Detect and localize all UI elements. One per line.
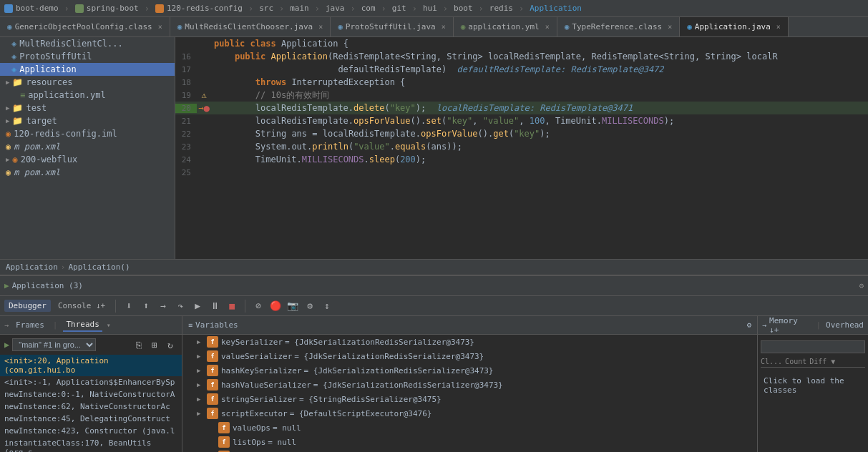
sidebar-pom2[interactable]: ◉ m pom.xml [0, 166, 175, 179]
boot-demo-icon [4, 4, 13, 13]
tab-bar: ◉ GenericObjectPoolConfig.class × ◉ Mult… [0, 17, 868, 37]
sidebar-resources-icon: 📁 [12, 77, 23, 87]
frame-item-1[interactable]: <init>:-1, Application$$EnhancerBySp [0, 376, 182, 388]
pause-button[interactable]: ⏸ [208, 299, 222, 313]
col-diff: Diff ▼ [809, 358, 835, 365]
tab-multredis-close[interactable]: × [318, 23, 323, 31]
resume-button[interactable]: ▶ [190, 299, 205, 313]
restore-layout-button[interactable]: ↕ [320, 299, 334, 313]
run-to-cursor-button[interactable]: ↷ [173, 299, 187, 313]
frame-3-label: newInstance:62, NativeConstructorAc [4, 402, 170, 411]
console-button[interactable]: Console ↓+ [54, 300, 109, 312]
copy-icon[interactable]: ⎘ [132, 338, 146, 352]
code-content[interactable]: public class Application { 16 public App… [175, 37, 868, 259]
tab-generic-pool-label: GenericObjectPoolConfig.class [15, 22, 152, 31]
sidebar: ◈ MultRedisClientCl... ◈ ProtoStuffUtil … [0, 37, 175, 259]
tab-typereference-label: TypeReference.class [572, 22, 662, 31]
sidebar-pom2-icon: ◉ [6, 167, 11, 177]
debugger-button[interactable]: Debugger [4, 300, 51, 312]
breadcrumb-method[interactable]: Application() [68, 262, 130, 272]
frame-item-3[interactable]: newInstance:62, NativeConstructorAc [0, 401, 182, 413]
overhead-tab[interactable]: Overhead [826, 320, 864, 330]
tab-application-close[interactable]: × [776, 23, 781, 31]
stop-button[interactable]: ■ [225, 299, 239, 313]
tab-application-label: Application.java [695, 22, 771, 31]
filter-icon[interactable]: ⊞ [147, 338, 162, 352]
click-to-load-text[interactable]: Click to load the classes [761, 370, 865, 401]
var-hash-value-serializer[interactable]: ▶ f hashValueSerializer = {JdkSerializat… [182, 378, 757, 392]
restore-icon[interactable]: ↻ [163, 338, 177, 352]
tab-protostuff-close[interactable]: × [442, 23, 446, 31]
top-bar-redis-config[interactable]: 120-redis-config [155, 4, 243, 13]
main-layout: ◈ MultRedisClientCl... ◈ ProtoStuffUtil … [0, 37, 868, 259]
frames-tab[interactable]: Frames [13, 319, 47, 331]
sidebar-application-yml[interactable]: ≡ application.yml [0, 89, 175, 102]
var-value-serializer[interactable]: ▶ f valueSerializer = {JdkSerializationR… [182, 349, 757, 363]
tab-application-java[interactable]: ◉ Application.java × [680, 17, 789, 37]
tab-yml-close[interactable]: × [545, 23, 550, 31]
variables-settings-icon[interactable]: ⚙ [746, 320, 751, 330]
tab-typereference[interactable]: ◉ TypeReference.class × [557, 17, 681, 37]
top-bar-com: com [361, 4, 376, 13]
sidebar-multredis[interactable]: ◈ MultRedisClientCl... [0, 37, 175, 50]
col-count: Count [785, 358, 806, 365]
frame-item-0[interactable]: <init>:20, Application (com.git.hui.bo [0, 355, 182, 376]
spring-boot-icon [75, 4, 84, 13]
memory-search-input[interactable] [761, 340, 865, 353]
sidebar-test[interactable]: ▶ 📁 test [0, 102, 175, 114]
thread-run-icon: ▶ [4, 340, 9, 350]
view-breakpoints-button[interactable]: 🔴 [268, 299, 283, 313]
tab-protostuff[interactable]: ◉ ProtoStuffUtil.java × [331, 17, 454, 37]
sidebar-target-arrow: ▶ [6, 117, 9, 124]
variables-expand-icon: ≡ [188, 321, 192, 329]
get-thread-dump-button[interactable]: 📷 [286, 299, 300, 313]
frame-item-6[interactable]: instantiateClass:170, BeanUtils (org.s [0, 437, 182, 452]
mute-breakpoints-button[interactable]: ⊘ [251, 299, 265, 313]
frame-item-2[interactable]: newInstance:0:-1, NativeConstructorA [0, 388, 182, 401]
var-hash-key-serializer[interactable]: ▶ f hashKeySerializer = {JdkSerializatio… [182, 363, 757, 378]
memory-tab[interactable]: Memory ↓+ [769, 316, 811, 335]
step-out-button[interactable]: → [156, 299, 170, 313]
sidebar-resources[interactable]: ▶ 📁 resources [0, 76, 175, 89]
tab-generic-pool[interactable]: ◉ GenericObjectPoolConfig.class × [0, 17, 170, 37]
frames-panel: → Frames | Threads ▾ ▶ "main" #1 in gro.… [0, 316, 182, 452]
sidebar-webflux[interactable]: ▶ ◉ 200-webflux [0, 153, 175, 166]
step-into-button[interactable]: ⬆ [139, 299, 153, 313]
var-hash-key-serializer-icon: f [207, 365, 218, 376]
var-hash-value-serializer-icon: f [207, 379, 218, 390]
var-key-serializer[interactable]: ▶ f keySerializer = {JdkSerializationRed… [182, 335, 757, 349]
sidebar-target[interactable]: ▶ 📁 target [0, 114, 175, 127]
sidebar-pom1[interactable]: ◉ m pom.xml [0, 140, 175, 153]
code-line-23: 23 System.out.println("value".equals(ans… [175, 140, 868, 153]
var-string-serializer[interactable]: ▶ f stringSerializer = {StringRedisSeria… [182, 392, 757, 406]
breadcrumb-application[interactable]: Application [6, 262, 58, 272]
settings-button[interactable]: ⚙ [303, 299, 317, 313]
var-script-executor[interactable]: ▶ f scriptExecutor = {DefaultScriptExecu… [182, 406, 757, 421]
top-bar-spring-boot[interactable]: spring-boot [75, 4, 139, 13]
memory-columns: Cl... Count Diff ▼ [761, 356, 865, 368]
tab-generic-pool-close[interactable]: × [158, 23, 162, 31]
tab-multredis[interactable]: ◉ MultRedisClientChooser.java × [170, 17, 331, 37]
var-list-ops[interactable]: f listOps = null [182, 435, 757, 449]
frame-item-4[interactable]: newInstance:45, DelegatingConstruct [0, 413, 182, 425]
session-settings-icon[interactable]: ⚙ [859, 281, 864, 290]
breadcrumb: Application › Application() [0, 259, 868, 275]
frame-item-5[interactable]: newInstance:423, Constructor (java.l [0, 425, 182, 437]
sidebar-application[interactable]: ◈ Application [0, 63, 175, 76]
tab-application-yml[interactable]: ◉ application.yml × [454, 17, 557, 37]
sidebar-yml-label: application.yml [28, 90, 105, 100]
step-over-button[interactable]: ⬇ [122, 299, 136, 313]
top-bar-boot-demo[interactable]: boot-demo [4, 4, 59, 13]
sidebar-protostuff[interactable]: ◈ ProtoStuffUtil [0, 50, 175, 63]
threads-dropdown-icon: ▾ [107, 321, 111, 329]
var-value-ops[interactable]: f valueOps = null [182, 421, 757, 435]
threads-tab[interactable]: Threads [63, 318, 102, 332]
tab-typereference-close[interactable]: × [668, 23, 672, 31]
thread-dropdown[interactable]: "main" #1 in gro... [12, 338, 96, 351]
code-area: public class Application { 16 public App… [175, 37, 868, 259]
variables-list: ▶ f keySerializer = {JdkSerializationRed… [182, 335, 757, 452]
var-set-ops[interactable]: f setOps = null [182, 449, 757, 452]
sidebar-multredis-icon: ◈ [11, 39, 16, 49]
sidebar-webflux-arrow: ▶ [6, 156, 9, 163]
sidebar-iml[interactable]: ◉ 120-redis-config.iml [0, 127, 175, 140]
